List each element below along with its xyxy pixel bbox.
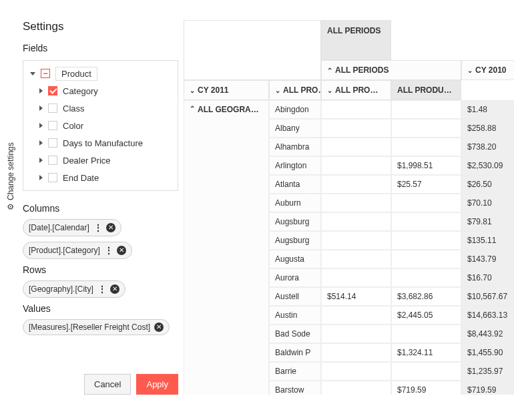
- data-cell[interactable]: $143.79: [461, 250, 514, 268]
- chevron-right-icon: [39, 140, 43, 146]
- header-allpro-2[interactable]: ALL PRO…: [321, 80, 391, 100]
- header-all-periods[interactable]: ALL PERIODS: [321, 60, 461, 80]
- row-label[interactable]: Bad Sode: [269, 325, 321, 343]
- header-allpro-1[interactable]: ALL PRO…: [269, 80, 321, 100]
- row-label[interactable]: Augusta: [269, 250, 321, 268]
- header-cy2010[interactable]: CY 2010: [461, 60, 514, 80]
- row-label[interactable]: Alhambra: [269, 138, 321, 156]
- data-cell[interactable]: $8,443.92: [461, 325, 514, 343]
- data-cell[interactable]: [391, 119, 461, 138]
- close-icon[interactable]: ✕: [154, 323, 164, 332]
- data-cell[interactable]: [391, 325, 461, 343]
- row-label[interactable]: Augsburg: [269, 231, 321, 250]
- checkbox[interactable]: [48, 121, 57, 130]
- kebab-icon[interactable]: ⋮: [93, 222, 102, 233]
- data-cell[interactable]: $10,567.67: [461, 287, 514, 306]
- data-cell[interactable]: [321, 175, 391, 194]
- data-cell[interactable]: [391, 138, 461, 156]
- data-cell[interactable]: $1,235.97: [461, 362, 514, 381]
- data-cell[interactable]: $514.14: [321, 287, 391, 306]
- data-cell[interactable]: [321, 362, 391, 381]
- data-cell[interactable]: [321, 268, 391, 287]
- tree-node-child[interactable]: Days to Manufacture: [23, 134, 178, 152]
- tree-node-child[interactable]: Dealer Price: [23, 152, 178, 169]
- data-cell[interactable]: [391, 250, 461, 268]
- data-cell[interactable]: $16.70: [461, 268, 514, 287]
- minus-icon[interactable]: −: [41, 69, 50, 78]
- data-cell[interactable]: [391, 231, 461, 250]
- data-cell[interactable]: $258.88: [461, 119, 514, 138]
- data-cell[interactable]: $2,530.09: [461, 156, 514, 175]
- data-cell[interactable]: [321, 119, 391, 138]
- row-label[interactable]: Arlington: [269, 156, 321, 175]
- header-all-periods-total[interactable]: ALL PERIODS: [321, 20, 391, 60]
- field-chip[interactable]: [Product].[Category]⋮✕: [23, 242, 132, 259]
- close-icon[interactable]: ✕: [117, 246, 126, 255]
- row-label[interactable]: Austell: [269, 287, 321, 306]
- data-cell[interactable]: $70.10: [461, 194, 514, 212]
- data-cell[interactable]: [321, 381, 391, 395]
- data-cell[interactable]: $1,455.90: [461, 343, 514, 362]
- row-label[interactable]: Atlanta: [269, 175, 321, 194]
- row-label[interactable]: Augsburg: [269, 212, 321, 231]
- row-label[interactable]: Abingdon: [269, 100, 321, 119]
- checkbox[interactable]: [48, 173, 57, 182]
- tree-node-product[interactable]: − Product: [23, 65, 178, 82]
- data-cell[interactable]: [321, 212, 391, 231]
- row-label[interactable]: Barstow: [269, 381, 321, 395]
- data-cell[interactable]: $1,998.51: [391, 156, 461, 175]
- kebab-icon[interactable]: ⋮: [104, 245, 113, 256]
- row-label[interactable]: Aurora: [269, 268, 321, 287]
- data-cell[interactable]: $738.20: [461, 138, 514, 156]
- field-chip[interactable]: [Geography].[City]⋮✕: [23, 280, 125, 298]
- data-cell[interactable]: $1,324.11: [391, 343, 461, 362]
- checkbox[interactable]: [48, 86, 57, 95]
- data-cell[interactable]: [391, 268, 461, 287]
- tree-node-child[interactable]: Class: [23, 99, 178, 117]
- tree-node-child[interactable]: Color: [23, 117, 178, 134]
- cancel-button[interactable]: Cancel: [84, 374, 131, 395]
- data-cell[interactable]: $79.81: [461, 212, 514, 231]
- data-cell[interactable]: [321, 100, 391, 119]
- data-cell[interactable]: [391, 212, 461, 231]
- row-label[interactable]: Auburn: [269, 194, 321, 212]
- data-cell[interactable]: [321, 156, 391, 175]
- row-label[interactable]: Albany: [269, 119, 321, 138]
- data-cell[interactable]: $2,445.05: [391, 306, 461, 325]
- data-cell[interactable]: $1.48: [461, 100, 514, 119]
- data-cell[interactable]: [321, 138, 391, 156]
- row-label[interactable]: Baldwin P: [269, 343, 321, 362]
- checkbox[interactable]: [48, 103, 57, 113]
- close-icon[interactable]: ✕: [106, 223, 115, 232]
- checkbox[interactable]: [48, 138, 57, 148]
- data-cell[interactable]: $3,682.86: [391, 287, 461, 306]
- tree-node-child[interactable]: End Date: [23, 169, 178, 186]
- data-cell[interactable]: [321, 231, 391, 250]
- data-cell[interactable]: $14,663.13: [461, 306, 514, 325]
- close-icon[interactable]: ✕: [110, 284, 119, 294]
- data-cell[interactable]: $135.11: [461, 231, 514, 250]
- data-cell[interactable]: $719.59: [391, 381, 461, 395]
- apply-button[interactable]: Apply: [136, 374, 178, 395]
- row-header-all-geo[interactable]: ALL GEOGRA…: [184, 100, 269, 395]
- data-cell[interactable]: [321, 250, 391, 268]
- header-cy2011[interactable]: CY 2011: [184, 80, 269, 100]
- data-cell[interactable]: $719.59: [461, 381, 514, 395]
- row-label[interactable]: Barrie: [269, 362, 321, 381]
- data-cell[interactable]: [321, 194, 391, 212]
- tree-node-child[interactable]: Category: [23, 82, 178, 99]
- data-cell[interactable]: [391, 194, 461, 212]
- checkbox[interactable]: [48, 156, 57, 165]
- kebab-icon[interactable]: ⋮: [97, 284, 106, 294]
- data-cell[interactable]: [391, 100, 461, 119]
- row-label[interactable]: Austin: [269, 306, 321, 325]
- data-cell[interactable]: [391, 362, 461, 381]
- data-cell[interactable]: $26.50: [461, 175, 514, 194]
- header-allprodu[interactable]: ALL PRODU…: [391, 80, 461, 100]
- field-chip[interactable]: [Measures].[Reseller Freight Cost]✕: [23, 319, 170, 335]
- data-cell[interactable]: [321, 325, 391, 343]
- field-chip[interactable]: [Date].[Calendar]⋮✕: [23, 219, 121, 236]
- data-cell[interactable]: [321, 343, 391, 362]
- data-cell[interactable]: [321, 306, 391, 325]
- data-cell[interactable]: $25.57: [391, 175, 461, 194]
